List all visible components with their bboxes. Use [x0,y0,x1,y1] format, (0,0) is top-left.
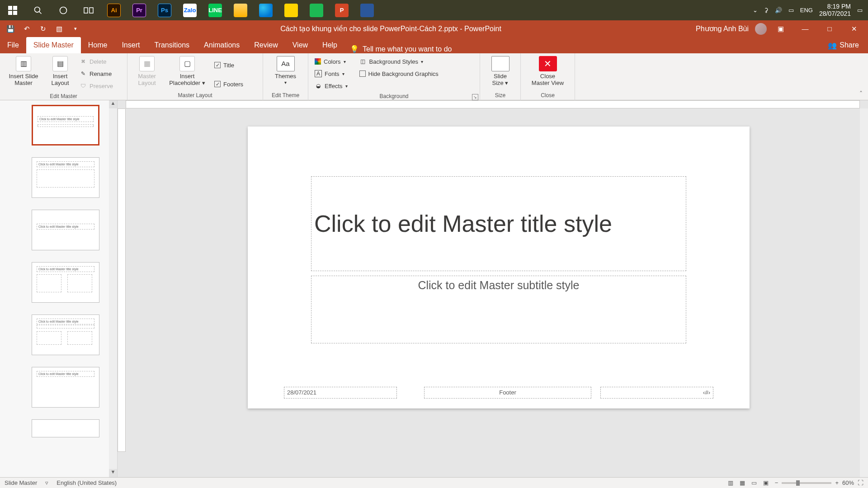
thumbnail-layout[interactable]: Click to edit Master title style [32,210,99,250]
scroll-up-icon[interactable]: ▲ [109,100,117,108]
insert-placeholder-button[interactable]: ▢ Insert Placeholder ▾ [165,55,210,90]
thumbnail-layout[interactable] [32,419,99,437]
tab-file[interactable]: File [0,37,26,53]
date-placeholder[interactable]: 28/07/2021 [284,387,397,399]
fit-to-window-icon[interactable]: ⛶ [858,479,863,486]
themes-button[interactable]: Aa Themes ▾ [268,55,304,90]
effects-button[interactable]: ◒Effects▾ [312,80,350,91]
slideshow-view-icon[interactable]: ▣ [763,479,769,486]
thumbnail-pane: Click to edit Master title style Click t… [0,100,118,477]
svg-rect-2 [8,11,12,15]
thumbnail-scrollbar[interactable]: ▲ ▼ [109,100,117,477]
zoom-in-button[interactable]: + [835,479,839,486]
preserve-icon: 🛡 [80,82,87,89]
spell-check-icon[interactable]: ▿ [45,479,48,486]
qat-customize-icon[interactable]: ▾ [70,23,81,35]
maximize-button[interactable]: □ [819,20,840,37]
collapse-ribbon-icon[interactable]: ˄ [856,90,865,99]
redo-icon[interactable]: ↻ [37,23,49,35]
close-master-view-button[interactable]: ✕ Close Master View [525,55,571,90]
subtitle-placeholder[interactable]: Click to edit Master subtitle style [311,276,686,343]
tab-animations[interactable]: Animations [197,37,247,53]
battery-icon[interactable]: ▭ [788,7,794,14]
title-placeholder[interactable]: Click to edit Master title style [311,176,686,271]
taskbar-app-powerpoint[interactable] [329,0,354,20]
taskbar-app-snip[interactable] [354,0,380,20]
reading-view-icon[interactable]: ▭ [751,479,757,486]
thumbnail-layout[interactable]: Click to edit Master title style [32,367,99,408]
slide-canvas-area[interactable]: Click to edit Master title style Click t… [126,108,860,477]
slide-master-canvas[interactable]: Click to edit Master title style Click t… [248,127,750,408]
dialog-launcher-icon[interactable]: ↘ [472,94,478,100]
delete-icon: ✖ [80,58,87,65]
save-icon[interactable]: 💾 [5,23,16,35]
canvas-scrollbar[interactable] [860,108,868,477]
undo-icon[interactable]: ↶ [21,23,33,35]
background-styles-button[interactable]: ◫Background Styles▾ [357,56,441,67]
tab-slide-master[interactable]: Slide Master [26,37,81,53]
cortana-icon[interactable] [51,0,76,20]
zoom-level[interactable]: 60% [842,479,854,486]
minimize-button[interactable]: — [795,20,816,37]
scroll-down-icon[interactable]: ▼ [109,469,117,477]
thumbnail-layout[interactable]: Click to edit Master title style [32,157,99,198]
search-icon[interactable] [25,0,51,20]
action-center-icon[interactable]: ▭ [857,7,863,14]
title-checkbox[interactable]: ✓Title [212,60,246,70]
taskbar-app-line[interactable]: LINE [203,0,228,20]
taskbar-app-zalo[interactable]: Zalo [177,0,203,20]
share-button[interactable]: 👥 Share [819,37,868,53]
fonts-button[interactable]: AFonts▾ [312,68,350,79]
zoom-slider-thumb[interactable] [796,480,800,486]
insert-slide-master-button[interactable]: ▥ Insert Slide Master [4,55,43,90]
normal-view-icon[interactable]: ▥ [728,479,733,486]
tray-chevron-icon[interactable]: ⌄ [753,7,758,14]
start-from-beginning-icon[interactable]: ▧ [53,23,65,35]
taskbar-app-spotify[interactable] [304,0,329,20]
slide-size-button[interactable]: Slide Size ▾ [485,55,516,90]
footer-placeholder[interactable]: Footer [424,387,591,399]
group-label-background: Background↘ [308,91,480,101]
ribbon: ▥ Insert Slide Master ▤ Insert Layout ✖D… [0,53,868,100]
taskbar-app-notes[interactable] [278,0,304,20]
tab-home[interactable]: Home [81,37,115,53]
volume-icon[interactable]: 🔊 [775,7,782,14]
slide-number-placeholder[interactable]: ‹#› [600,387,713,399]
tab-help[interactable]: Help [315,37,344,53]
tab-insert[interactable]: Insert [114,37,147,53]
taskbar-clock[interactable]: 8:19 PM 28/07/2021 [819,3,851,17]
dropdown-icon: ▾ [284,80,287,85]
thumbnail-layout[interactable]: Click to edit Master title style [32,262,99,303]
taskbar-app-explorer[interactable] [228,0,253,20]
user-name[interactable]: Phương Anh Bùi [696,24,749,33]
taskbar-app-illustrator[interactable]: Ai [101,0,127,20]
taskbar-app-edge[interactable] [253,0,278,20]
tab-view[interactable]: View [285,37,315,53]
rename-button[interactable]: ✎Rename [77,68,116,79]
taskbar-app-premiere[interactable]: Pr [127,0,152,20]
thumbnail-layout[interactable]: Click to edit Master title style [32,314,99,355]
status-language[interactable]: English (United States) [57,479,117,486]
task-view-icon[interactable] [76,0,101,20]
colors-label: Colors [324,58,341,65]
wifi-icon[interactable]: ⚳ [764,7,769,14]
thumbnail-master[interactable]: Click to edit Master title style [32,105,99,145]
slide-sorter-view-icon[interactable]: ▦ [740,479,745,486]
hide-bg-checkbox[interactable]: Hide Background Graphics [357,68,441,79]
colors-button[interactable]: Colors▾ [312,56,350,67]
hide-bg-label: Hide Background Graphics [368,70,439,77]
taskbar-app-photoshop[interactable]: Ps [152,0,177,20]
tell-me-search[interactable]: 💡 Tell me what you want to do [344,45,457,53]
ime-indicator[interactable]: ENG [800,7,813,14]
footers-checkbox[interactable]: ✓Footers [212,79,246,89]
zoom-out-button[interactable]: − [775,479,778,486]
zoom-slider[interactable] [782,482,831,484]
start-button[interactable] [0,0,25,20]
close-button[interactable]: ✕ [844,20,864,37]
tab-transitions[interactable]: Transitions [147,37,197,53]
tab-review[interactable]: Review [247,37,285,53]
user-avatar[interactable] [755,23,767,35]
insert-layout-button[interactable]: ▤ Insert Layout [45,55,75,90]
ribbon-display-icon[interactable]: ▣ [770,20,791,37]
insert-placeholder-label: Insert Placeholder ▾ [169,73,205,87]
